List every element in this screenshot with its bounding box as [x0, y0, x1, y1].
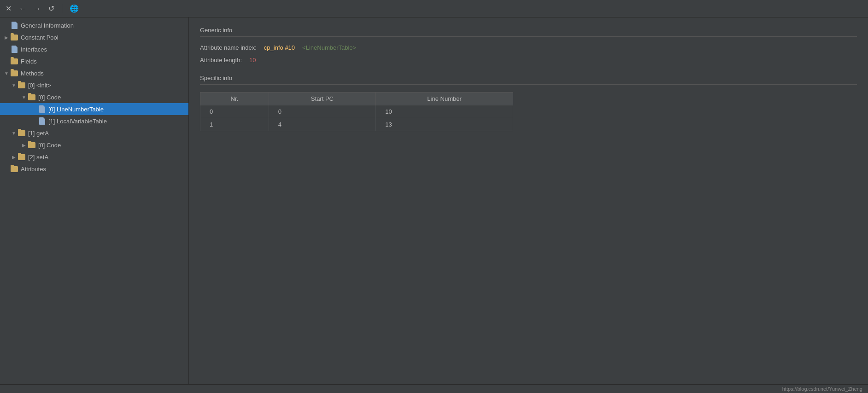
attr-length-value: 10 [249, 57, 256, 64]
left-panel: General Information▶Constant PoolInterfa… [0, 17, 189, 384]
tree-label-methods-geta-code: [0] Code [38, 142, 61, 149]
table-row: 1413 [200, 118, 513, 131]
file-icon-methods-init-code-linenumbertable [38, 105, 46, 113]
tree-label-methods-init-code: [0] Code [38, 94, 61, 101]
tree-label-general-info: General Information [21, 22, 74, 29]
tree-arrow-constant-pool: ▶ [3, 35, 10, 40]
folder-icon-methods-geta-code [28, 141, 36, 149]
tree-arrow-methods: ▼ [3, 71, 10, 76]
tree-item-methods-init-code[interactable]: ▼[0] Code [0, 91, 188, 103]
back-button[interactable]: ← [17, 4, 28, 14]
folder-icon-methods-init-code [28, 93, 36, 101]
table-cell-r0-c1: 0 [269, 105, 376, 118]
table-cell-r0-c2: 10 [376, 105, 513, 118]
folder-icon-methods-seta [18, 153, 26, 161]
data-table: Nr.Start PCLine Number00101413 [200, 92, 513, 131]
folder-icon-attributes [10, 165, 18, 173]
forward-button[interactable]: → [32, 4, 43, 14]
refresh-button[interactable]: ↺ [47, 3, 56, 14]
tree-item-attributes[interactable]: Attributes [0, 163, 188, 175]
generic-info-title: Generic info [200, 27, 857, 37]
attr-name-index-row: Attribute name index: cp_info #10 <LineN… [200, 44, 857, 51]
tree-label-methods: Methods [21, 70, 44, 77]
attr-length-label: Attribute length: [200, 57, 242, 64]
main-container: General Information▶Constant PoolInterfa… [0, 17, 868, 384]
attr-name-index-value: cp_info #10 [264, 44, 295, 51]
attr-name-index-type: <LineNumberTable> [302, 44, 356, 51]
file-icon-interfaces [10, 46, 18, 53]
tree-item-general-info[interactable]: General Information [0, 19, 188, 31]
tree-label-methods-geta: [1] getA [28, 130, 49, 137]
tree-item-methods-geta[interactable]: ▼[1] getA [0, 127, 188, 139]
table-cell-r0-c0: 0 [200, 105, 269, 118]
tree-item-methods[interactable]: ▼Methods [0, 67, 188, 79]
folder-icon-methods [10, 69, 18, 77]
tree-label-methods-seta: [2] setA [28, 154, 48, 161]
tree-label-methods-init-code-localvariabletable: [1] LocalVariableTable [48, 118, 107, 125]
tree-arrow-methods-geta-code: ▶ [20, 143, 28, 148]
right-panel: Generic info Attribute name index: cp_in… [189, 17, 868, 384]
table-cell-r1-c2: 13 [376, 118, 513, 131]
tree-label-methods-init-code-linenumbertable: [0] LineNumberTable [48, 106, 104, 113]
attr-name-index-label: Attribute name index: [200, 44, 257, 51]
tree-label-attributes: Attributes [21, 166, 46, 173]
table-cell-r1-c1: 4 [269, 118, 376, 131]
tree-item-methods-init-code-linenumbertable[interactable]: [0] LineNumberTable [0, 103, 188, 115]
tree-item-interfaces[interactable]: Interfaces [0, 43, 188, 55]
attr-length-row: Attribute length: 10 [200, 57, 857, 64]
close-button[interactable]: ✕ [4, 3, 13, 14]
folder-icon-methods-geta [18, 129, 26, 137]
tree-label-constant-pool: Constant Pool [21, 34, 59, 41]
table-header-line-number: Line Number [376, 92, 513, 105]
folder-icon-fields [10, 58, 18, 65]
tree-label-methods-init: [0] <init> [28, 82, 51, 89]
specific-info-section: Specific info Nr.Start PCLine Number0010… [200, 75, 857, 131]
table-header-start-pc: Start PC [269, 92, 376, 105]
tree-label-interfaces: Interfaces [21, 46, 47, 53]
table-cell-r1-c0: 1 [200, 118, 269, 131]
tree-item-methods-geta-code[interactable]: ▶[0] Code [0, 139, 188, 151]
tree-item-methods-init-code-localvariabletable[interactable]: [1] LocalVariableTable [0, 115, 188, 127]
folder-icon-constant-pool [10, 34, 18, 41]
globe-button[interactable]: 🌐 [68, 3, 81, 14]
tree-arrow-methods-init: ▼ [10, 83, 18, 88]
tree-arrow-methods-init-code: ▼ [20, 95, 28, 100]
tree-arrow-methods-seta: ▶ [10, 155, 18, 160]
tree-item-methods-seta[interactable]: ▶[2] setA [0, 151, 188, 163]
footer: https://blog.csdn.net/Yunwei_Zheng [0, 384, 868, 393]
tree-item-fields[interactable]: Fields [0, 55, 188, 67]
file-icon-methods-init-code-localvariabletable [38, 117, 46, 125]
tree-item-methods-init[interactable]: ▼[0] <init> [0, 79, 188, 91]
folder-icon-methods-init [18, 81, 26, 89]
tree-arrow-methods-geta: ▼ [10, 131, 18, 136]
tree-label-fields: Fields [21, 58, 37, 65]
specific-info-title: Specific info [200, 75, 857, 85]
toolbar-separator [62, 4, 62, 13]
toolbar: ✕ ← → ↺ 🌐 [0, 0, 868, 17]
table-header-nr.: Nr. [200, 92, 269, 105]
tree-item-constant-pool[interactable]: ▶Constant Pool [0, 31, 188, 43]
table-row: 0010 [200, 105, 513, 118]
file-icon-general-info [10, 22, 18, 29]
footer-url: https://blog.csdn.net/Yunwei_Zheng [782, 386, 862, 392]
